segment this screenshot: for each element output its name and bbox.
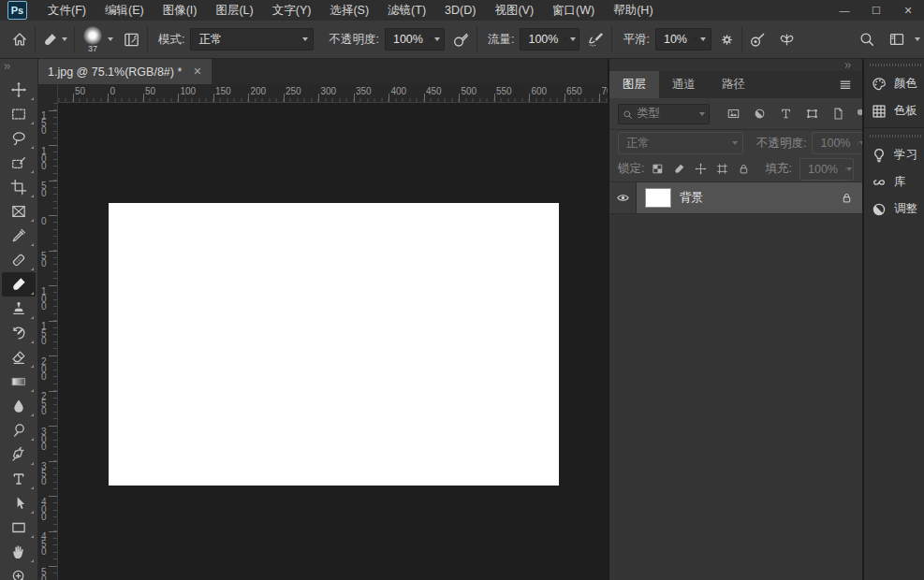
dock-item-颜色[interactable]: 颜色 — [864, 70, 924, 97]
flow-select[interactable]: 100% — [520, 28, 579, 51]
smoothing-options-button[interactable] — [719, 32, 735, 48]
menubar-item[interactable]: 编辑(E) — [95, 0, 154, 21]
ruler-origin-corner[interactable] — [38, 84, 58, 104]
panel-menu-button[interactable] — [838, 71, 862, 98]
pressure-size-button[interactable] — [749, 31, 767, 49]
panel-tab-图层[interactable]: 图层 — [609, 71, 659, 98]
close-button[interactable]: ✕ — [892, 0, 924, 21]
tool-eyedropper[interactable] — [2, 224, 36, 248]
menu-items: 文件(F)编辑(E)图像(I)图层(L)文字(Y)选择(S)滤镜(T)3D(D)… — [38, 0, 663, 21]
menubar-item[interactable]: 3D(D) — [435, 0, 485, 21]
layer-filter-type-select[interactable]: 类型 — [618, 104, 710, 124]
pasteboard — [58, 103, 608, 580]
menubar-item[interactable]: 选择(S) — [320, 0, 378, 21]
layer-blend-mode-select[interactable]: 正常 — [618, 132, 743, 154]
ruler-label: 500 — [41, 569, 48, 580]
tool-lasso[interactable] — [2, 126, 36, 151]
ruler-label: 200 — [41, 358, 48, 381]
ruler-tick — [49, 145, 57, 146]
tool-rectangle[interactable] — [2, 515, 36, 540]
blend-mode-select[interactable]: 正常 — [190, 28, 314, 51]
filter-vector-mask-button[interactable] — [805, 107, 819, 121]
dock-item-调整[interactable]: 调整 — [864, 196, 924, 223]
tool-clone-stamp[interactable] — [2, 297, 36, 321]
tool-pen[interactable] — [2, 442, 36, 467]
panel-tabs: 图层通道路径 — [609, 71, 862, 98]
airbrush-button[interactable] — [587, 31, 605, 49]
filter-adjustment-button[interactable] — [753, 107, 767, 121]
document-tab[interactable]: 1.jpg @ 75.1%(RGB/8#) * ✕ — [38, 59, 212, 84]
mode-label: 模式: — [158, 32, 184, 48]
minimize-button[interactable]: — — [829, 0, 860, 21]
layer-item[interactable]: 背景 — [637, 182, 862, 213]
smoothing-value: 10% — [656, 33, 695, 46]
dock-drag-grip[interactable] — [870, 64, 921, 66]
layer-name: 背景 — [680, 190, 841, 206]
lock-brush-button[interactable] — [673, 163, 685, 175]
menubar-item[interactable]: 图层(L) — [206, 0, 262, 21]
layer-row[interactable]: 背景 — [609, 182, 862, 214]
maximize-button[interactable]: ☐ — [860, 0, 892, 21]
search-button[interactable] — [858, 31, 875, 48]
opacity-select[interactable]: 100% — [385, 28, 445, 51]
tool-move[interactable] — [2, 78, 36, 102]
ruler-tick — [49, 321, 57, 322]
tool-brush[interactable] — [2, 272, 36, 297]
panel-tab-路径[interactable]: 路径 — [709, 71, 758, 98]
brush-preset-chevron-icon[interactable] — [108, 37, 113, 41]
tool-crop[interactable] — [2, 175, 36, 199]
tool-history-brush[interactable] — [2, 321, 36, 345]
lock-lock-button[interactable] — [738, 163, 750, 175]
menubar-item[interactable]: 图像(I) — [154, 0, 207, 21]
photoshop-logo-icon[interactable]: Ps — [7, 1, 27, 20]
document-tab-close-icon[interactable]: ✕ — [193, 65, 201, 78]
tool-path-selection[interactable] — [2, 491, 36, 515]
smoothing-select[interactable]: 10% — [655, 28, 711, 51]
tool-gradient[interactable] — [2, 370, 36, 394]
lock-checkerboard-button[interactable] — [652, 163, 664, 175]
tool-zoom[interactable] — [2, 564, 36, 580]
layer-opacity-select[interactable]: 100% — [812, 132, 866, 154]
paint-symmetry-button[interactable] — [778, 31, 796, 49]
tool-blur[interactable] — [2, 394, 36, 418]
home-button[interactable] — [11, 31, 28, 48]
collapse-panels-icon[interactable] — [843, 61, 853, 70]
lock-artboard-button[interactable] — [716, 163, 728, 175]
filter-type-button[interactable] — [779, 107, 793, 121]
tool-type[interactable] — [2, 467, 36, 491]
dock-item-色板[interactable]: 色板 — [864, 97, 924, 124]
menubar-item[interactable]: 文字(Y) — [263, 0, 321, 21]
tool-hand[interactable] — [2, 540, 36, 564]
layer-visibility-toggle[interactable] — [609, 182, 637, 213]
tool-dodge[interactable] — [2, 418, 36, 442]
workspace-chevron-icon[interactable] — [915, 37, 920, 41]
brush-preset-picker[interactable]: 37 — [83, 26, 102, 53]
menubar-item[interactable]: 帮助(H) — [604, 0, 662, 21]
tool-rectangular-marquee[interactable] — [2, 102, 36, 126]
dock-item-库[interactable]: 库 — [864, 168, 924, 196]
pressure-opacity-button[interactable] — [452, 31, 470, 49]
panel-tab-通道[interactable]: 通道 — [659, 71, 709, 98]
photoshop-window: Ps 文件(F)编辑(E)图像(I)图层(L)文字(Y)选择(S)滤镜(T)3D… — [0, 0, 924, 580]
tool-object-selection[interactable] — [2, 151, 36, 175]
ruler-tick — [599, 94, 600, 102]
dock-item-学习[interactable]: 学习 — [864, 141, 924, 168]
menubar-item[interactable]: 滤镜(T) — [378, 0, 435, 21]
tool-spot-healing-brush[interactable] — [2, 248, 36, 272]
layer-thumbnail[interactable] — [646, 189, 670, 207]
filter-smart-object-button[interactable] — [831, 107, 845, 121]
tool-eraser[interactable] — [2, 345, 36, 370]
lock-move-button[interactable] — [695, 163, 707, 175]
filter-image-button[interactable] — [726, 107, 741, 121]
workspace-switcher[interactable] — [888, 31, 905, 48]
menubar-item[interactable]: 视图(V) — [485, 0, 543, 21]
canvas[interactable] — [109, 203, 559, 486]
tool-preset-button[interactable] — [42, 32, 67, 48]
ruler-tick — [49, 426, 57, 427]
menubar-item[interactable]: 窗口(W) — [543, 0, 604, 21]
layer-fill-select[interactable]: 100% — [799, 158, 854, 181]
brush-settings-panel-toggle[interactable] — [123, 31, 140, 49]
menubar-item[interactable]: 文件(F) — [38, 0, 95, 21]
tool-frame[interactable] — [2, 199, 36, 224]
tools-collapse-button[interactable] — [0, 59, 37, 72]
